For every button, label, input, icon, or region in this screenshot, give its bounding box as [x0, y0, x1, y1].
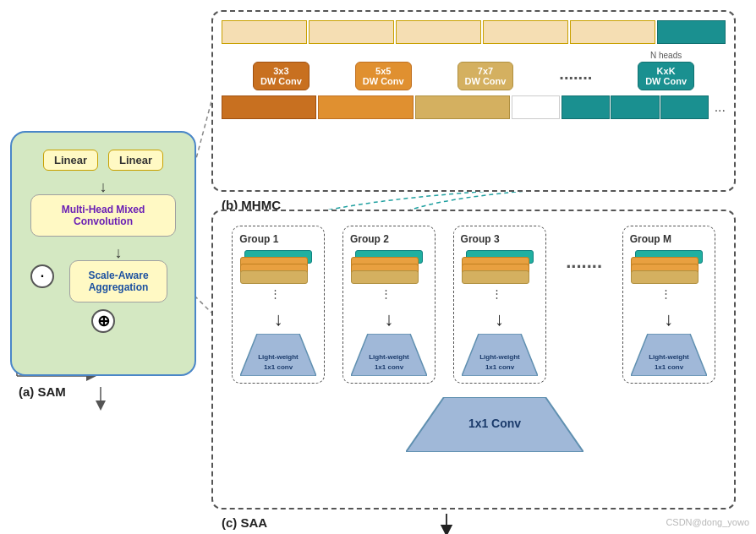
group-1-arrow: ↓ — [239, 308, 317, 330]
svg-text:Light-weight: Light-weight — [479, 353, 520, 361]
input-seg-teal — [657, 20, 726, 44]
conv-5x5-group: 5x5 DW Conv — [355, 62, 412, 90]
out-seg-orange — [318, 95, 413, 119]
mhmc-inner-box: Multi-Head Mixed Convolution — [30, 194, 176, 237]
mhmc-output-bar: ... — [222, 95, 726, 119]
conv-3x3-box: 3x3 DW Conv — [253, 62, 310, 90]
linear-box-2: Linear — [108, 150, 163, 171]
big-conv-trap-svg: 1x1 Conv — [406, 397, 583, 452]
conv-5x5-box: 5x5 DW Conv — [355, 62, 412, 90]
mhmc-block: 3x3 DW Conv 5x5 DW Conv 7x7 DW Conv ....… — [211, 10, 736, 192]
groups-row: Group 1 ⋮ ↓ Light-weight 1 — [223, 226, 724, 384]
svg-text:1x1 Conv: 1x1 Conv — [468, 417, 521, 430]
saa-label: (c) SAA — [222, 515, 267, 530]
svg-text:1x1 conv: 1x1 conv — [264, 363, 293, 371]
input-seg-4 — [483, 20, 568, 44]
big-conv-trap: 1x1 Conv — [406, 397, 541, 452]
conv-3x3-group: 3x3 DW Conv — [253, 62, 310, 90]
group-3-trap-svg: Light-weight 1x1 conv — [462, 334, 538, 376]
out-seg-teal-1 — [562, 95, 610, 119]
saa-dots: ....... — [559, 251, 609, 273]
input-seg-3 — [396, 20, 481, 44]
mhmc-input-bar — [222, 20, 726, 44]
group-2-block: Group 2 ⋮ ↓ Light-weight 1x1 conv — [338, 226, 440, 384]
conv-7x7-box: 7x7 DW Conv — [457, 62, 514, 90]
group-1-block: Group 1 ⋮ ↓ Light-weight 1 — [227, 226, 329, 384]
svg-text:1x1 conv: 1x1 conv — [375, 363, 404, 371]
arrow-to-mhmc: ↓ — [22, 179, 184, 194]
saa-inner-box: Scale-AwareAggregation — [69, 260, 167, 302]
group-3-arrow: ↓ — [461, 308, 539, 330]
arrow-to-saa: ↓ — [61, 245, 176, 260]
conv-7x7-group: 7x7 DW Conv — [457, 62, 514, 90]
group-2-label: Group 2 — [350, 233, 428, 245]
svg-line-1 — [194, 296, 211, 313]
out-seg-teal-3 — [660, 95, 709, 119]
group-m-label: Group M — [630, 233, 708, 245]
conv-groups-row: 3x3 DW Conv 5x5 DW Conv 7x7 DW Conv ....… — [222, 51, 726, 90]
linear-box-1: Linear — [43, 150, 98, 171]
out-seg-teal-2 — [611, 95, 659, 119]
conv-kxk-group: N heads KxK DW Conv — [638, 51, 694, 90]
linear-row: Linear Linear — [22, 150, 184, 171]
n-heads-label: N heads — [638, 51, 694, 60]
group-1-trap-svg: Light-weight 1x1 conv — [240, 334, 316, 376]
group-2-arrow: ↓ — [350, 308, 428, 330]
saa-block: Group 1 ⋮ ↓ Light-weight 1 — [211, 210, 736, 509]
group-3-label: Group 3 — [461, 233, 539, 245]
group-2-trap-svg: Light-weight 1x1 conv — [351, 334, 427, 376]
dot-operator: · — [30, 264, 54, 288]
group-m-block: Group M ⋮ ↓ Light-weight 1x1 conv — [618, 226, 720, 384]
svg-text:Light-weight: Light-weight — [369, 353, 409, 361]
svg-text:1x1 conv: 1x1 conv — [655, 363, 684, 371]
mhmc-dots: ....... — [559, 64, 592, 90]
svg-text:Light-weight: Light-weight — [649, 353, 689, 361]
group-1-label: Group 1 — [239, 233, 317, 245]
main-container: Linear Linear ↓ Multi-Head Mixed Convolu… — [0, 0, 756, 534]
out-seg-tan — [415, 95, 510, 119]
output-dots: ... — [709, 95, 726, 119]
svg-text:1x1 conv: 1x1 conv — [485, 363, 514, 371]
svg-text:Light-weight: Light-weight — [259, 353, 299, 361]
conv-kxk-box: KxK DW Conv — [638, 62, 694, 90]
sam-label: (a) SAM — [19, 384, 66, 399]
input-seg-2 — [309, 20, 394, 44]
big-conv-container: 1x1 Conv — [223, 397, 724, 452]
out-seg-brown — [222, 95, 316, 119]
input-seg-5 — [570, 20, 655, 44]
out-seg-white — [512, 95, 560, 119]
svg-line-0 — [194, 101, 211, 165]
group-m-arrow: ↓ — [630, 308, 708, 330]
plus-operator: ⊕ — [91, 309, 115, 333]
group-3-block: Group 3 ⋮ ↓ Light-weight 1x1 conv — [449, 226, 551, 384]
group-m-trap-svg: Light-weight 1x1 conv — [631, 334, 707, 376]
sam-block: Linear Linear ↓ Multi-Head Mixed Convolu… — [10, 131, 196, 376]
input-seg-1 — [222, 20, 307, 44]
watermark: CSDN@dong_yowo — [666, 517, 749, 527]
